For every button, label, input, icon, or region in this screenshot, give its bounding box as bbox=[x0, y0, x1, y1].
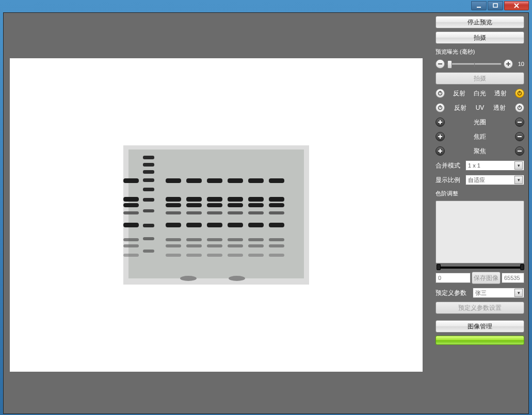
reflect-white-power-icon[interactable] bbox=[436, 89, 445, 98]
svg-rect-18 bbox=[123, 223, 139, 227]
aperture-row: 光圈 bbox=[436, 117, 524, 128]
svg-rect-8 bbox=[143, 188, 154, 191]
exposure-value: 10 bbox=[515, 61, 524, 67]
app-window: 停止预览 拍摄 预览曝光 (毫秒) 10 拍摄 反射 白光 透射 bbox=[3, 12, 529, 414]
aperture-minus-button[interactable] bbox=[515, 118, 524, 127]
transmit-label: 透射 bbox=[494, 89, 507, 98]
svg-rect-5 bbox=[143, 163, 154, 167]
focal-row: 焦距 bbox=[436, 131, 524, 142]
stop-preview-button[interactable]: 停止预览 bbox=[436, 16, 524, 28]
merge-mode-row: 合并模式 1 x 1 ▾ bbox=[436, 160, 524, 171]
svg-rect-19 bbox=[123, 238, 139, 241]
chevron-down-icon: ▾ bbox=[514, 176, 523, 184]
white-light-row: 反射 白光 透射 bbox=[436, 88, 524, 99]
reflect-label: 反射 bbox=[453, 89, 465, 98]
display-scale-select[interactable]: 自适应 ▾ bbox=[465, 175, 524, 185]
svg-rect-1 bbox=[493, 4, 497, 7]
histogram-range-slider[interactable] bbox=[437, 267, 523, 269]
range-max-thumb[interactable] bbox=[520, 264, 524, 270]
preset-row: 预定义参数 张三 ▾ bbox=[436, 287, 524, 298]
display-scale-row: 显示比例 自适应 ▾ bbox=[436, 174, 524, 186]
svg-rect-12 bbox=[143, 237, 154, 240]
histogram-label: 色阶调整 bbox=[436, 190, 524, 197]
preview-area bbox=[4, 13, 432, 413]
svg-rect-28 bbox=[440, 91, 440, 93]
svg-rect-21 bbox=[123, 254, 139, 257]
svg-rect-30 bbox=[519, 91, 520, 93]
capture-button-secondary: 拍摄 bbox=[436, 72, 524, 85]
svg-rect-17 bbox=[123, 211, 139, 214]
histogram-panel bbox=[436, 201, 524, 263]
svg-rect-0 bbox=[477, 7, 481, 8]
svg-rect-34 bbox=[519, 105, 520, 108]
merge-mode-label: 合并模式 bbox=[436, 161, 462, 170]
preset-settings-button[interactable]: 预定义参数设置 bbox=[436, 302, 524, 314]
svg-rect-40 bbox=[518, 136, 522, 137]
image-management-button[interactable]: 图像管理 bbox=[436, 320, 524, 333]
exposure-increase-button[interactable] bbox=[504, 59, 513, 69]
minmax-row: 0 保存图像 65535 bbox=[436, 272, 524, 284]
aperture-label: 光圈 bbox=[474, 118, 486, 127]
merge-mode-select[interactable]: 1 x 1 ▾ bbox=[465, 160, 524, 171]
focal-plus-button[interactable] bbox=[436, 132, 445, 141]
transmit-white-power-icon[interactable] bbox=[515, 89, 524, 98]
focal-minus-button[interactable] bbox=[515, 132, 524, 141]
capture-button[interactable]: 拍摄 bbox=[436, 31, 524, 44]
white-light-label: 白光 bbox=[474, 89, 486, 98]
svg-rect-13 bbox=[143, 250, 154, 253]
svg-rect-43 bbox=[518, 151, 522, 152]
transmit-uv-power-icon[interactable] bbox=[515, 103, 524, 112]
gel-image bbox=[123, 145, 309, 285]
svg-rect-15 bbox=[123, 197, 139, 202]
chevron-down-icon: ▾ bbox=[514, 289, 523, 297]
uv-light-row: 反射 UV 透射 bbox=[436, 102, 524, 113]
exposure-label: 预览曝光 (毫秒) bbox=[436, 48, 524, 56]
transmit-uv-label: 透射 bbox=[493, 104, 506, 112]
svg-point-22 bbox=[180, 276, 197, 281]
svg-rect-16 bbox=[123, 203, 139, 207]
control-sidebar: 停止预览 拍摄 预览曝光 (毫秒) 10 拍摄 反射 白光 透射 bbox=[432, 13, 528, 413]
chevron-down-icon: ▾ bbox=[514, 161, 523, 170]
svg-point-23 bbox=[229, 276, 245, 281]
window-maximize-button[interactable] bbox=[488, 1, 503, 10]
max-value-input[interactable]: 65535 bbox=[502, 273, 524, 283]
svg-rect-24 bbox=[438, 63, 442, 64]
progress-bar bbox=[436, 336, 524, 345]
reflect-uv-label: 反射 bbox=[454, 104, 466, 112]
exposure-slider-row: 10 bbox=[436, 59, 524, 69]
svg-rect-14 bbox=[123, 178, 139, 183]
aperture-plus-button[interactable] bbox=[436, 118, 445, 127]
focus-plus-button[interactable] bbox=[436, 146, 445, 156]
window-minimize-button[interactable] bbox=[471, 1, 487, 10]
svg-rect-37 bbox=[518, 122, 522, 123]
focus-minus-button[interactable] bbox=[515, 146, 524, 156]
svg-rect-32 bbox=[440, 105, 440, 108]
preset-value: 张三 bbox=[475, 289, 487, 297]
uv-label: UV bbox=[476, 104, 485, 111]
svg-rect-26 bbox=[508, 62, 509, 66]
merge-mode-value: 1 x 1 bbox=[468, 162, 480, 169]
exposure-decrease-button[interactable] bbox=[436, 59, 445, 69]
display-scale-value: 自适应 bbox=[468, 176, 485, 184]
exposure-slider[interactable] bbox=[447, 63, 502, 65]
window-close-button[interactable] bbox=[504, 1, 529, 10]
svg-rect-36 bbox=[440, 120, 441, 124]
focus-row: 聚焦 bbox=[436, 145, 524, 157]
svg-rect-6 bbox=[143, 170, 154, 174]
svg-rect-7 bbox=[143, 178, 154, 182]
range-min-thumb[interactable] bbox=[437, 264, 441, 270]
titlebar bbox=[0, 0, 532, 11]
svg-rect-9 bbox=[143, 198, 154, 202]
svg-rect-4 bbox=[143, 156, 154, 159]
preview-canvas bbox=[10, 58, 423, 372]
svg-rect-10 bbox=[143, 209, 154, 212]
svg-rect-42 bbox=[440, 149, 441, 153]
svg-rect-11 bbox=[143, 224, 154, 227]
preset-select[interactable]: 张三 ▾ bbox=[473, 288, 524, 298]
min-value-input[interactable]: 0 bbox=[436, 273, 471, 283]
display-scale-label: 显示比例 bbox=[436, 176, 462, 185]
svg-rect-20 bbox=[123, 244, 139, 247]
save-image-button: 保存图像 bbox=[472, 272, 501, 284]
preset-label: 预定义参数 bbox=[436, 289, 470, 297]
reflect-uv-power-icon[interactable] bbox=[436, 103, 445, 112]
